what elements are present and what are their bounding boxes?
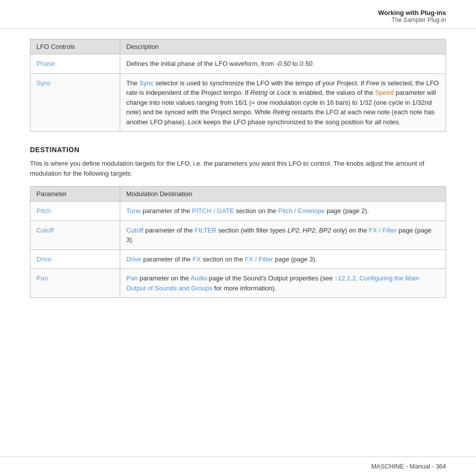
table-row: SyncThe Sync selector is used to synchro…	[30, 73, 446, 132]
page-footer: MASCHINE - Manual - 364	[0, 457, 476, 476]
lfo-control-cell: Phase	[30, 54, 120, 74]
destination-intro: This is where you define modulation targ…	[30, 159, 446, 178]
table-row: CutoffCutoff parameter of the FILTER sec…	[30, 221, 446, 249]
dest-param-cell: Cutoff	[30, 221, 120, 249]
dest-col1-header: Parameter	[30, 187, 120, 202]
dest-col2-header: Modulation Destination	[120, 187, 446, 202]
dest-param-cell: Pan	[30, 269, 120, 298]
dest-param-cell: Pitch	[30, 202, 120, 221]
header-title: Working with Plug-ins	[30, 9, 446, 16]
dest-description-cell: Tune parameter of the PITCH / GATE secti…	[120, 202, 446, 221]
dest-description-cell: Cutoff parameter of the FILTER section (…	[120, 221, 446, 249]
lfo-col2-header: Description	[120, 39, 446, 54]
page-header: Working with Plug-ins The Sampler Plug-i…	[0, 0, 476, 29]
lfo-description-cell: Defines the initial phase of the LFO wav…	[120, 54, 446, 74]
table-row: PanPan parameter on the Audio page of th…	[30, 269, 446, 298]
lfo-description-cell: The Sync selector is used to synchronize…	[120, 73, 446, 132]
destination-heading: DESTINATION	[30, 146, 446, 154]
destination-table: Parameter Modulation Destination PitchTu…	[30, 186, 446, 298]
footer-text: MASCHINE - Manual - 364	[371, 463, 446, 470]
lfo-control-cell: Sync	[30, 73, 120, 132]
dest-description-cell: Pan parameter on the Audio page of the S…	[120, 269, 446, 298]
table-row: PhaseDefines the initial phase of the LF…	[30, 54, 446, 74]
dest-description-cell: Drive parameter of the FX section on the…	[120, 249, 446, 269]
table-row: PitchTune parameter of the PITCH / GATE …	[30, 202, 446, 221]
content-area: LFO Controls Description PhaseDefines th…	[0, 29, 476, 322]
page-container: Working with Plug-ins The Sampler Plug-i…	[0, 0, 476, 476]
lfo-controls-table: LFO Controls Description PhaseDefines th…	[30, 39, 446, 132]
header-subtitle: The Sampler Plug-in	[30, 16, 446, 23]
table-row: DriveDrive parameter of the FX section o…	[30, 249, 446, 269]
lfo-col1-header: LFO Controls	[30, 39, 120, 54]
dest-param-cell: Drive	[30, 249, 120, 269]
